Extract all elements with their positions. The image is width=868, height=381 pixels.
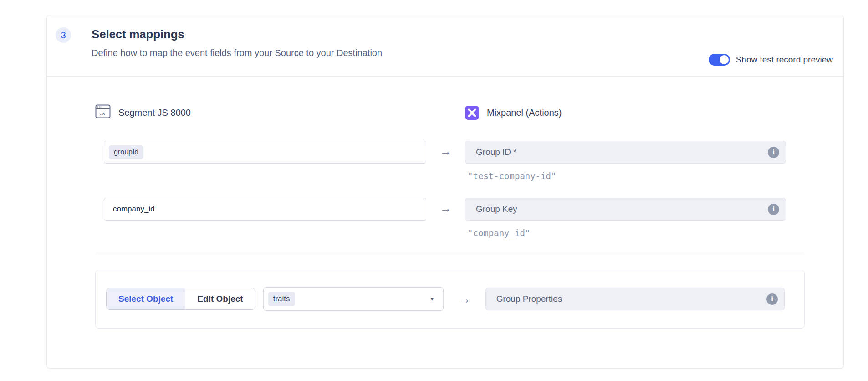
- source-field-input[interactable]: [104, 198, 426, 221]
- destination-field: Group ID * i: [465, 141, 786, 164]
- arrow-right-icon: →: [439, 202, 452, 215]
- mixpanel-icon: [465, 106, 479, 120]
- arrow-cell: →: [426, 198, 465, 215]
- arrow-right-icon: →: [439, 145, 452, 158]
- info-icon[interactable]: i: [766, 293, 778, 305]
- mapping-row: → Group Key i "company_id": [104, 198, 805, 238]
- object-source-dropdown[interactable]: traits ▾: [263, 287, 444, 311]
- mapping-row: groupId → Group ID * i "test-company-id": [104, 141, 805, 181]
- card-header: 3 Select mappings Define how to map the …: [47, 15, 843, 77]
- object-token-chip: traits: [268, 292, 295, 306]
- test-record-preview-value: "company_id": [468, 228, 786, 238]
- browser-js-icon: JS: [95, 104, 111, 121]
- toggle-label: Show test record preview: [736, 55, 833, 65]
- test-record-preview-value: "test-company-id": [468, 171, 786, 181]
- arrow-right-icon: →: [458, 293, 470, 305]
- source-token-chip: groupId: [109, 145, 143, 159]
- info-icon[interactable]: i: [768, 204, 779, 215]
- svg-text:JS: JS: [100, 112, 105, 116]
- source-cell: groupId: [104, 141, 426, 164]
- destination-cell: Group Key i "company_id": [465, 198, 786, 238]
- destination-field-label: Group ID *: [476, 147, 517, 157]
- source-field-input[interactable]: groupId: [104, 141, 426, 164]
- step-number: 3: [61, 30, 66, 41]
- source-column-header: JS Segment JS 8000: [95, 104, 465, 121]
- page-subtitle: Define how to map the event fields from …: [92, 48, 382, 58]
- toggle-knob: [720, 55, 729, 64]
- header-text: Select mappings Define how to map the ev…: [92, 27, 382, 76]
- destination-field-label: Group Properties: [496, 294, 562, 304]
- select-object-button[interactable]: Select Object: [107, 288, 185, 309]
- column-headers: JS Segment JS 8000 Mixpanel (Actions): [95, 104, 805, 121]
- chevron-down-icon: ▾: [431, 296, 434, 302]
- section-divider: [95, 252, 805, 252]
- source-cell: [104, 198, 426, 221]
- destination-field-label: Group Key: [476, 204, 517, 214]
- step-number-badge: 3: [56, 27, 71, 43]
- test-preview-toggle-group: Show test record preview: [709, 54, 833, 66]
- destination-field: Group Properties i: [485, 288, 785, 310]
- object-mapping-container: Select Object Edit Object traits ▾ → Gro…: [95, 270, 805, 329]
- destination-name: Mixpanel (Actions): [487, 108, 562, 118]
- card-body: JS Segment JS 8000 Mixpanel (Actions): [47, 104, 843, 368]
- destination-cell: Group Properties i: [485, 288, 785, 310]
- arrow-cell: →: [444, 293, 485, 305]
- select-mappings-card: 3 Select mappings Define how to map the …: [46, 15, 844, 369]
- source-name: Segment JS 8000: [118, 108, 191, 118]
- destination-field: Group Key i: [465, 198, 786, 221]
- show-test-record-toggle[interactable]: [709, 54, 730, 66]
- object-mode-segmented-control: Select Object Edit Object: [106, 288, 255, 310]
- edit-object-button[interactable]: Edit Object: [185, 288, 255, 309]
- destination-cell: Group ID * i "test-company-id": [465, 141, 786, 181]
- arrow-cell: →: [426, 141, 465, 158]
- info-icon[interactable]: i: [768, 147, 779, 158]
- page-title: Select mappings: [92, 27, 382, 41]
- destination-column-header: Mixpanel (Actions): [465, 106, 562, 120]
